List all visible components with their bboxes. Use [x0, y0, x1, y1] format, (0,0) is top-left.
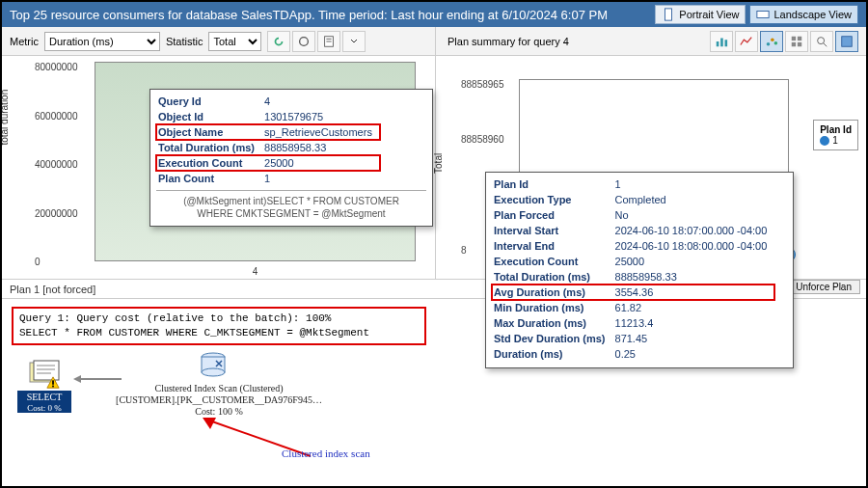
query-tooltip: Query Id4Object Id1301579675Object Names…	[149, 89, 433, 227]
svg-rect-8	[725, 40, 728, 46]
landscape-view-button[interactable]: Landscape View	[749, 5, 858, 24]
view-bar-button[interactable]	[710, 31, 733, 52]
svg-rect-6	[717, 41, 719, 46]
select-label: SELECT	[17, 391, 71, 403]
svg-line-17	[824, 42, 827, 46]
zoom-icon	[815, 35, 828, 48]
legend-dot-icon	[820, 136, 829, 146]
tooltip-sql-line1: (@MktSegment int)SELECT * FROM CUSTOMER	[156, 195, 426, 207]
svg-rect-18	[842, 36, 853, 46]
select-operator[interactable]: SELECT Cost: 0 %	[17, 359, 71, 413]
left-y-axis-label: total duration	[0, 89, 10, 145]
left-y-ticks: 80000000 60000000 40000000 20000000 0	[35, 62, 91, 267]
plan-header-text: Plan 1 [not forced]	[10, 284, 95, 295]
portrait-view-label: Portrait View	[679, 9, 739, 20]
chevron-down-icon	[350, 35, 358, 48]
portrait-icon	[662, 8, 675, 21]
tooltip-sql-line2: WHERE CMKTSEGMENT = @MktSegment	[156, 207, 426, 220]
plan-summary-title: Plan summary for query 4	[444, 34, 573, 49]
scan-title: Clustered Index Scan (Clustered)	[108, 383, 330, 394]
scan-operator[interactable]: Clustered Index Scan (Clustered) [CUSTOM…	[108, 351, 330, 418]
select-cost: Cost: 0 %	[17, 403, 71, 413]
svg-point-29	[202, 368, 225, 376]
statistic-select[interactable]: Total	[208, 32, 261, 51]
cost-line1: Query 1: Query cost (relative to the bat…	[19, 312, 419, 326]
loop-button[interactable]	[292, 31, 315, 52]
warning-icon	[46, 376, 60, 390]
svg-rect-24	[52, 380, 54, 384]
svg-rect-14	[792, 41, 796, 45]
landscape-view-label: Landscape View	[773, 9, 852, 20]
svg-point-10	[771, 38, 774, 41]
details-button[interactable]	[835, 31, 858, 52]
unforce-plan-button[interactable]: Unforce Plan	[787, 280, 860, 294]
toolbar: Metric Duration (ms) Statistic Total Pla…	[2, 27, 866, 56]
titlebar: Top 25 resource consumers for database S…	[2, 2, 866, 27]
right-y-axis-label: Total	[433, 153, 444, 174]
scan-icon	[197, 351, 230, 380]
svg-rect-15	[798, 41, 801, 45]
grid-button[interactable]	[785, 31, 808, 52]
line-chart-icon	[740, 35, 753, 48]
legend-item: 1	[832, 135, 838, 146]
portrait-view-button[interactable]: Portrait View	[655, 5, 746, 24]
svg-rect-12	[792, 36, 796, 40]
plan-tooltip: Plan Id1Execution TypeCompletedPlan Forc…	[485, 172, 794, 368]
landscape-icon	[756, 8, 770, 21]
svg-rect-0	[665, 9, 672, 20]
details-icon	[840, 35, 854, 48]
refresh-icon	[272, 35, 285, 48]
svg-point-16	[818, 37, 825, 43]
svg-rect-13	[798, 36, 801, 40]
zoom-button[interactable]	[810, 31, 833, 52]
metric-select[interactable]: Duration (ms)	[44, 32, 160, 51]
svg-point-9	[767, 41, 771, 45]
drop-button[interactable]	[342, 31, 366, 52]
document-icon	[322, 35, 336, 48]
scatter-icon	[765, 35, 778, 48]
annotation-label: Clustered index scan	[282, 447, 370, 459]
scan-object: [CUSTOMER].[PK__CUSTOMER__DA976F945…	[108, 394, 330, 406]
view-scatter-button[interactable]	[760, 31, 783, 52]
query-cost-box: Query 1: Query cost (relative to the bat…	[12, 307, 426, 345]
view-line-button[interactable]	[735, 31, 758, 52]
legend-title: Plan Id	[820, 124, 852, 135]
svg-rect-25	[52, 385, 54, 387]
svg-point-2	[300, 37, 309, 45]
title-text: Top 25 resource consumers for database S…	[10, 8, 608, 22]
query-text-button[interactable]	[317, 31, 340, 52]
left-x-tick: 4	[95, 266, 416, 277]
loop-icon	[297, 35, 311, 48]
statistic-label: Statistic	[166, 36, 203, 47]
bar-chart-icon	[715, 35, 728, 48]
svg-point-11	[774, 41, 778, 45]
plan-id-legend: Plan Id 1	[813, 120, 858, 150]
grid-icon	[790, 35, 803, 48]
cost-line2: SELECT * FROM CUSTOMER WHERE C_MKTSEGMEN…	[19, 326, 419, 340]
svg-rect-7	[720, 38, 723, 46]
refresh-button[interactable]	[267, 31, 290, 52]
svg-rect-1	[757, 12, 769, 18]
metric-label: Metric	[10, 36, 39, 47]
